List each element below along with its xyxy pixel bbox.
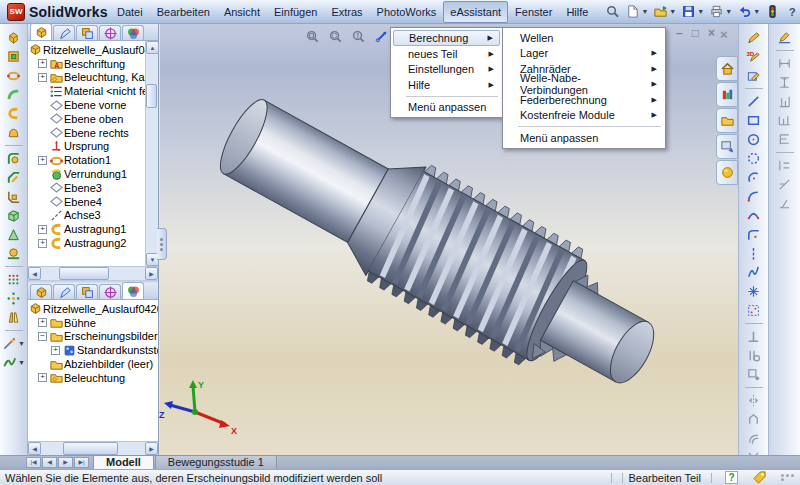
panel-flyout-handle[interactable] — [157, 228, 167, 260]
print-button[interactable]: ▼ — [707, 3, 734, 20]
horizontal-dimension-button[interactable] — [773, 54, 797, 73]
3d-sketch-button[interactable]: 3D — [742, 47, 766, 66]
tree-item-ebene3[interactable]: Ebene3 — [28, 181, 145, 195]
zoom-in-out-button[interactable]: ! — [349, 27, 368, 46]
chamfer-button[interactable] — [2, 168, 26, 187]
open-button[interactable]: ▼ — [651, 3, 678, 20]
search-button[interactable] — [603, 3, 622, 20]
add-relation-button[interactable] — [742, 327, 766, 346]
tree-root-item[interactable]: Ritzelwelle_Auslauf04200 — [28, 302, 158, 316]
menu-item-hilfe[interactable]: Hilfe▶ — [393, 77, 500, 93]
quick-tips-icon[interactable]: ? — [725, 471, 738, 484]
expand-icon[interactable]: + — [38, 59, 47, 68]
point-button[interactable] — [742, 282, 766, 301]
vertical-ordinate-button[interactable] — [773, 130, 797, 149]
document-minimize-button[interactable]: – — [676, 26, 683, 40]
document-close-button[interactable]: × — [708, 26, 715, 40]
scroll-track[interactable] — [146, 54, 158, 253]
display-relations-button[interactable] — [742, 346, 766, 365]
dropdown-arrow-icon[interactable]: ▼ — [18, 340, 25, 347]
tree-item-achse3[interactable]: Achse3 — [28, 209, 145, 223]
quick-snaps-button[interactable] — [742, 365, 766, 384]
line-button[interactable] — [742, 92, 766, 111]
zoom-to-fit-button[interactable] — [303, 27, 322, 46]
panel-tab-featuremanager[interactable] — [30, 284, 52, 299]
smart-dimension-button[interactable] — [773, 28, 797, 47]
dropdown-arrow-icon[interactable]: ▼ — [18, 359, 25, 366]
curves-button[interactable]: ▼ — [2, 353, 26, 372]
sketch-button[interactable] — [742, 28, 766, 47]
menu-extras[interactable]: Extras — [324, 1, 369, 23]
traffic-light-button[interactable] — [763, 3, 782, 20]
centerpoint-arc-button[interactable] — [742, 168, 766, 187]
3-point-arc-button[interactable] — [742, 206, 766, 225]
scroll-left-icon[interactable]: ◀ — [28, 267, 41, 280]
menu-hilfe[interactable]: Hilfe — [559, 1, 595, 23]
fillet-button[interactable] — [2, 149, 26, 168]
extruded-boss-button[interactable] — [2, 28, 26, 47]
menu-photoworks[interactable]: PhotoWorks — [370, 1, 444, 23]
panel-tab-displaymanager[interactable] — [122, 282, 144, 299]
tangent-arc-button[interactable] — [742, 187, 766, 206]
document-restore-button[interactable]: □ — [692, 26, 699, 40]
document-tab-modell[interactable]: Modell — [93, 455, 154, 469]
circle-button[interactable] — [742, 130, 766, 149]
expand-icon[interactable]: + — [38, 239, 47, 248]
expand-icon[interactable]: + — [38, 73, 47, 82]
draft-button[interactable] — [2, 225, 26, 244]
perimeter-circle-button[interactable] — [742, 149, 766, 168]
scroll-right-icon[interactable]: ▶ — [145, 267, 158, 280]
tree-root-item[interactable]: Ritzelwelle_Auslauf04 — [28, 43, 145, 57]
expand-icon[interactable]: + — [38, 156, 47, 165]
collapse-icon[interactable]: − — [38, 332, 47, 341]
menu-fenster[interactable]: Fenster — [508, 1, 559, 23]
tree-item-standardkunststo[interactable]: +Standardkunststo — [28, 343, 158, 357]
lofted-boss-button[interactable] — [2, 104, 26, 123]
display-tree-horizontal-scrollbar[interactable]: ◀ ▶ — [28, 441, 158, 455]
expand-icon[interactable]: + — [38, 318, 47, 327]
tree-item-beleuchtung[interactable]: +Beleuchtung — [28, 371, 158, 385]
dropdown-arrow-icon[interactable]: ▼ — [641, 8, 648, 15]
tab-nav-button-1[interactable]: ◀ — [42, 457, 57, 468]
tree-item-bühne[interactable]: +Bühne — [28, 316, 158, 330]
rectangle-button[interactable] — [742, 111, 766, 130]
new-document-button[interactable]: ▼ — [623, 3, 650, 20]
menu-item-welle-nabe-verbindungen[interactable]: Welle-Nabe-Verbindungen▶ — [505, 77, 663, 93]
baseline-dimension-button[interactable] — [773, 156, 797, 175]
expand-icon[interactable]: + — [51, 346, 60, 355]
scroll-track[interactable] — [41, 442, 145, 455]
offset-entities-button[interactable] — [742, 429, 766, 448]
swept-boss-button[interactable] — [2, 85, 26, 104]
menu-datei[interactable]: Datei — [110, 1, 150, 23]
scroll-up-icon[interactable]: ▲ — [146, 41, 159, 54]
save-button[interactable]: ▼ — [679, 3, 706, 20]
tree-item-ebene4[interactable]: Ebene4 — [28, 195, 145, 209]
resize-grip[interactable] — [781, 474, 795, 481]
taskpane-tab-view-palette[interactable] — [716, 134, 738, 159]
feature-tree-horizontal-scrollbar[interactable]: ◀ ▶ — [28, 266, 158, 280]
dropdown-arrow-icon[interactable]: ▼ — [753, 8, 760, 15]
panel-tab-propertymanager[interactable] — [53, 284, 75, 299]
tree-item-beleuchtung-kam[interactable]: +Beleuchtung, Kam — [28, 71, 145, 85]
menu-item-einstellungen[interactable]: Einstellungen▶ — [393, 62, 500, 78]
circular-pattern-button[interactable] — [2, 289, 26, 308]
panel-tab-featuremanager[interactable] — [30, 23, 52, 40]
dropdown-arrow-icon[interactable]: ▼ — [697, 8, 704, 15]
menu-einfügen[interactable]: Einfügen — [267, 1, 324, 23]
mirror-button[interactable] — [2, 308, 26, 327]
panel-tab-configurationmanager[interactable] — [76, 25, 98, 40]
taskpane-tab-custom-properties[interactable] — [716, 160, 738, 185]
shell-button[interactable] — [2, 206, 26, 225]
help-button[interactable]: ?▼ — [783, 3, 800, 20]
menu-ansicht[interactable]: Ansicht — [217, 1, 267, 23]
tab-nav-button-2[interactable]: ▶ — [58, 457, 73, 468]
tag-icon[interactable] — [752, 470, 767, 485]
task-pane-close-icon[interactable]: × — [720, 27, 728, 42]
scroll-right-icon[interactable]: ▶ — [145, 442, 158, 455]
document-tab-bewegungsstudie-1[interactable]: Bewegungsstudie 1 — [155, 455, 277, 469]
align-dimension-button[interactable] — [773, 194, 797, 213]
tree-item-rotation1[interactable]: +Rotation1 — [28, 153, 145, 167]
tree-item-ursprung[interactable]: Ursprung — [28, 140, 145, 154]
centerline-button[interactable] — [742, 244, 766, 263]
panel-tab-dimxpertmanager[interactable] — [99, 284, 121, 299]
